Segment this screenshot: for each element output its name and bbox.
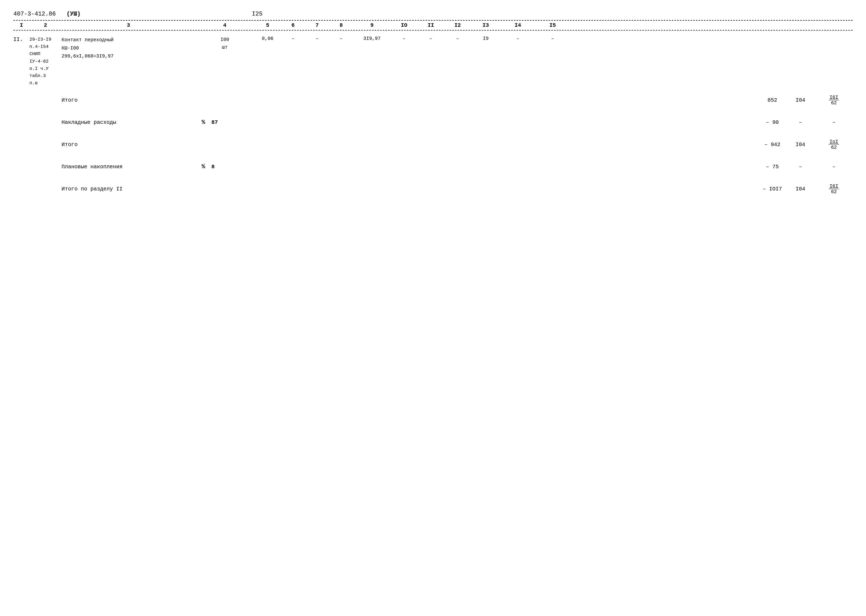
row-number: II. <box>13 36 30 42</box>
summary-4-val: 8 <box>211 164 233 170</box>
summary-4-label: Плановые накопления <box>13 164 195 170</box>
row-col12: – <box>444 36 471 41</box>
col-header-7: 7 <box>305 22 329 28</box>
summary-5-col12: – IOI7 <box>759 186 786 192</box>
summary-row-2: Накладные расходы % 87 – 90 – – <box>13 119 853 126</box>
col-header-8: 8 <box>329 22 353 28</box>
col-header-11: II <box>417 22 444 28</box>
summary-3-label: Итого <box>13 141 195 148</box>
col-header-4: 4 <box>195 22 254 28</box>
row-col7: – <box>305 36 329 41</box>
summary-3-col12: – 942 <box>759 141 786 148</box>
summary-2-col13: – <box>786 119 815 126</box>
col-header-10: IO <box>391 22 417 28</box>
row-col11: – <box>417 36 444 41</box>
summary-row-1: Итого 852 I04 I6I 62 <box>13 95 853 106</box>
summary-4-col13: – <box>786 164 815 170</box>
row-col14: – <box>501 36 535 41</box>
summary-5-col14: I6I 62 <box>815 184 853 195</box>
summary-1-col14: I6I 62 <box>815 95 853 106</box>
summary-2-unit: % <box>195 119 211 126</box>
summary-1-col13: I04 <box>786 97 815 103</box>
summary-2-col12: – 90 <box>759 119 786 126</box>
summary-2-col14: – <box>815 119 853 126</box>
dashed-line-top <box>13 20 853 20</box>
col-header-15: I5 <box>535 22 570 28</box>
header-type: (УШ) <box>66 11 80 17</box>
summary-3-col13: I04 <box>786 141 815 148</box>
col-header-13: I3 <box>471 22 501 28</box>
row-col8: – <box>329 36 353 41</box>
summary-2-label: Накладные расходы <box>13 119 195 126</box>
summary-4-col12: – 75 <box>759 164 786 170</box>
col-header-2: 2 <box>30 22 61 28</box>
row-col15: – <box>535 36 570 41</box>
summary-row-3: Итого – 942 I04 IоI 62 <box>13 139 853 150</box>
col-header-14: I4 <box>501 22 535 28</box>
summary-section: Итого 852 I04 I6I 62 Накладные расходы %… <box>13 95 853 195</box>
summary-4-unit: % <box>195 163 211 170</box>
row-unit: I00шт <box>195 36 254 51</box>
row-col9: 3I9,97 <box>353 36 391 41</box>
summary-2-val: 87 <box>211 119 233 126</box>
col-header-12: I2 <box>444 22 471 28</box>
row-ref: 29-I3-I9п.4-I54СНИПIУ-4-82о.I ч.Утабл.3п… <box>30 36 61 86</box>
header-number: I25 <box>252 11 263 17</box>
col-header-6: 6 <box>281 22 305 28</box>
dashed-line-headers <box>13 30 853 30</box>
col-header-5: 5 <box>254 22 281 28</box>
section-ii: II. 29-I3-I9п.4-I54СНИПIУ-4-82о.I ч.Утаб… <box>13 36 853 86</box>
summary-row-5: Итого по разделу II – IOI7 I04 I6I 62 <box>13 184 853 195</box>
header-code: 407-3-412.86 <box>13 11 56 17</box>
summary-3-col14: IоI 62 <box>815 139 853 150</box>
summary-1-col12: 852 <box>759 97 786 103</box>
row-quantity: 0,06 <box>254 36 281 41</box>
summary-5-col13: I04 <box>786 186 815 192</box>
summary-row-4: Плановые накопления % 8 – 75 – – <box>13 163 853 170</box>
columns-header-row: I 2 3 4 5 6 7 8 9 IO II I2 I3 I4 I5 <box>13 22 853 28</box>
row-col13: I9 <box>471 36 501 41</box>
header-row: 407-3-412.86 (УШ) I25 <box>13 11 853 17</box>
col-header-9: 9 <box>353 22 391 28</box>
summary-1-label: Итого <box>13 97 195 103</box>
col-header-1: I <box>13 22 30 28</box>
row-description: Контакт переходныйКШ-I00299,6хI,068=3I9,… <box>61 36 195 60</box>
row-col10: – <box>391 36 417 41</box>
row-col6: – <box>281 36 305 41</box>
summary-5-label: Итого по разделу II <box>13 186 195 192</box>
summary-4-col14: – <box>815 164 853 170</box>
section-ii-row: II. 29-I3-I9п.4-I54СНИПIУ-4-82о.I ч.Утаб… <box>13 36 853 86</box>
col-header-3: 3 <box>61 22 195 28</box>
